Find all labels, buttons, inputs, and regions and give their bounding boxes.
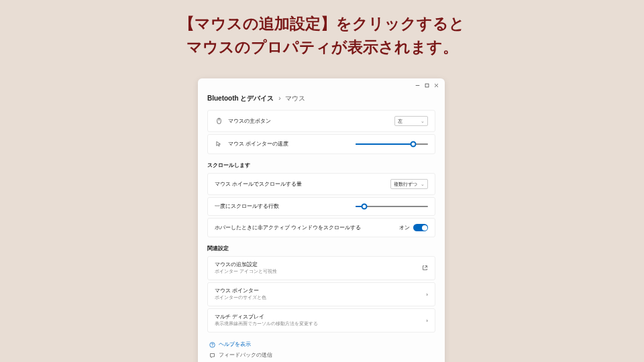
breadcrumb-parent[interactable]: Bluetooth とデバイス bbox=[207, 95, 274, 102]
minimize-button[interactable] bbox=[413, 80, 422, 90]
breadcrumb-current: マウス bbox=[285, 95, 305, 102]
annotation-line2: マウスのプロパティが表示されます。 bbox=[186, 38, 458, 56]
mouse-pointer-link[interactable]: マウス ポインター ポインターのサイズと色 › bbox=[207, 282, 435, 306]
scroll-wheel-value: 複数行ずつ bbox=[394, 181, 417, 188]
feedback-link[interactable]: フィードバックの送信 bbox=[207, 350, 435, 361]
chevron-right-icon: › bbox=[426, 318, 428, 324]
chevron-right-icon: › bbox=[426, 292, 428, 298]
link-subtitle: 表示境界線画面でカーソルの移動方法を変更する bbox=[215, 321, 426, 327]
multi-display-link[interactable]: マルチ ディスプレイ 表示境界線画面でカーソルの移動方法を変更する › bbox=[207, 308, 435, 333]
link-subtitle: ポインター アイコンと可視性 bbox=[215, 269, 422, 275]
pointer-speed-label: マウス ポインターの速度 bbox=[228, 141, 356, 147]
instruction-annotation: 【マウスの追加設定】をクリックすると マウスのプロパティが表示されます。 bbox=[0, 12, 644, 58]
help-icon bbox=[209, 341, 215, 348]
external-link-icon bbox=[422, 265, 428, 272]
primary-button-value: 左 bbox=[398, 118, 402, 125]
hover-scroll-toggle[interactable] bbox=[413, 224, 428, 231]
scroll-lines-label: 一度にスクロールする行数 bbox=[215, 203, 356, 210]
maximize-button[interactable] bbox=[422, 80, 431, 90]
additional-mouse-settings-link[interactable]: マウスの追加設定 ポインター アイコンと可視性 bbox=[207, 256, 435, 280]
hover-scroll-row: ホバーしたときに非アクティブ ウィンドウをスクロールする オン bbox=[207, 218, 435, 237]
scroll-lines-slider[interactable] bbox=[356, 206, 428, 207]
scroll-lines-row: 一度にスクロールする行数 bbox=[207, 197, 435, 216]
mouse-icon bbox=[215, 117, 223, 125]
primary-button-label: マウスの主ボタン bbox=[228, 118, 394, 125]
hover-scroll-label: ホバーしたときに非アクティブ ウィンドウをスクロールする bbox=[215, 225, 399, 231]
pointer-speed-row: マウス ポインターの速度 bbox=[207, 134, 435, 154]
svg-point-7 bbox=[212, 346, 213, 347]
svg-rect-1 bbox=[425, 84, 429, 87]
feedback-icon bbox=[209, 352, 215, 359]
link-subtitle: ポインターのサイズと色 bbox=[215, 295, 426, 301]
help-link[interactable]: ヘルプを表示 bbox=[207, 339, 435, 350]
breadcrumb[interactable]: Bluetooth とデバイス › マウス bbox=[207, 94, 435, 103]
close-button[interactable] bbox=[431, 80, 441, 90]
scroll-wheel-label: マウス ホイールでスクロールする量 bbox=[215, 181, 390, 188]
link-title: マウスの追加設定 bbox=[215, 261, 422, 268]
pointer-icon bbox=[215, 140, 223, 148]
help-label: ヘルプを表示 bbox=[219, 341, 251, 348]
annotation-line1: 【マウスの追加設定】をクリックすると bbox=[179, 15, 465, 32]
hover-scroll-state: オン bbox=[399, 225, 410, 231]
settings-window: Bluetooth とデバイス › マウス マウスの主ボタン 左 ⌄ マウス ポ… bbox=[198, 78, 445, 362]
scroll-section-title: スクロールします bbox=[207, 162, 435, 169]
scroll-wheel-row: マウス ホイールでスクロールする量 複数行ずつ ⌄ bbox=[207, 173, 435, 195]
primary-button-row: マウスの主ボタン 左 ⌄ bbox=[207, 110, 435, 132]
chevron-down-icon: ⌄ bbox=[421, 119, 425, 124]
chevron-down-icon: ⌄ bbox=[421, 182, 425, 187]
feedback-label: フィードバックの送信 bbox=[219, 352, 272, 359]
scroll-wheel-dropdown[interactable]: 複数行ずつ ⌄ bbox=[390, 179, 428, 189]
breadcrumb-separator: › bbox=[278, 95, 280, 102]
title-bar bbox=[198, 78, 445, 92]
pointer-speed-slider[interactable] bbox=[356, 143, 428, 145]
link-title: マルチ ディスプレイ bbox=[215, 314, 426, 320]
primary-button-dropdown[interactable]: 左 ⌄ bbox=[394, 116, 428, 126]
link-title: マウス ポインター bbox=[215, 288, 426, 294]
related-section-title: 関連設定 bbox=[207, 245, 435, 252]
